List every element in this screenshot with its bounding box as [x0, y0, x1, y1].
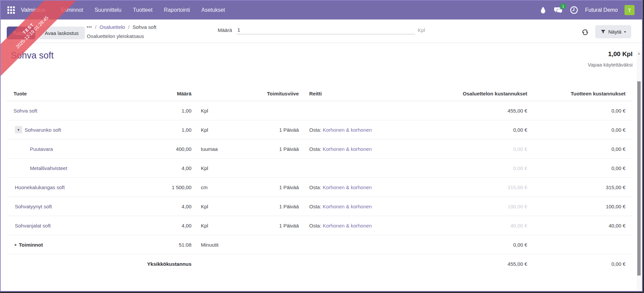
apps-grid-icon[interactable] — [5, 4, 17, 16]
bom-table-row: Huonekalukangas soft1 500,00cm1 PäivääOs… — [7, 178, 633, 197]
vendor-link[interactable]: Korhonen & korhonen — [323, 223, 372, 228]
route-cell: Osta: Korhonen & korhonen — [299, 223, 381, 228]
avatar[interactable]: T — [624, 5, 635, 15]
unit-value: cm — [191, 184, 250, 190]
header-quantity: Määrä — [145, 91, 191, 96]
page-subtitle: Osaluettelon yleiskatsaus — [87, 33, 144, 39]
route-type-label: Osta: — [309, 127, 323, 133]
nav-item-toiminnot[interactable]: Toiminnot — [60, 7, 83, 13]
nav-item-raportointi[interactable]: Raportointi — [164, 7, 190, 13]
quantity-input[interactable] — [237, 27, 415, 34]
bom-table-row: Sohvatyynyt soft4,00Kpl1 PäivääOsta: Kor… — [7, 197, 633, 216]
bom-table-row: ▾Sohvarunko soft1,00Kpl1 PäivääOsta: Kor… — [7, 120, 633, 139]
product-link[interactable]: Puutavara — [30, 146, 53, 152]
quantity-value: 51:08 — [145, 242, 191, 248]
bom-cost-value: 40,00 € — [381, 223, 527, 228]
bom-table-row: ▸Toiminnot51:08Minuutit0,00 € — [7, 235, 633, 254]
bom-cost-value: 315,00 € — [381, 184, 527, 190]
route-cell: Osta: Korhonen & korhonen — [299, 204, 381, 209]
quantity-value: 4,00 — [145, 165, 191, 171]
vendor-link[interactable]: Korhonen & korhonen — [323, 204, 372, 209]
refresh-button[interactable] — [579, 28, 591, 36]
product-cost-value: 315,00 € — [527, 184, 633, 190]
bom-table-header: Tuote Määrä Toimitusviive Reitti Osaluet… — [7, 86, 633, 101]
vendor-link[interactable]: Korhonen & korhonen — [323, 127, 372, 133]
footer-product-cost: 0,00 € — [527, 261, 633, 267]
nav-item-suunnittelu[interactable]: Suunnittelu — [95, 7, 121, 13]
route-type-label: Osta: — [309, 223, 323, 228]
user-menu[interactable]: Futural Demo — [585, 7, 618, 13]
breadcrumb-parent-link[interactable]: Osaluettelo — [100, 24, 125, 30]
scrollbar-thumb[interactable] — [637, 81, 641, 276]
route-type-label: Osta: — [309, 204, 323, 209]
product-link[interactable]: Sohvanjalat soft — [15, 223, 51, 228]
product-link[interactable]: Huonekalukangas soft — [15, 184, 65, 190]
page-title: Sohva soft — [11, 50, 54, 61]
vertical-scrollbar[interactable]: ▲ — [637, 50, 641, 290]
quantity-value: 4,00 — [145, 204, 191, 209]
unit-value: Minuutit — [191, 242, 250, 248]
header-delay: Toimitusviive — [250, 91, 299, 96]
vendor-link[interactable]: Korhonen & korhonen — [323, 146, 372, 152]
current-app-menu[interactable]: Valmistus — [21, 7, 45, 13]
app-window: Valmistus ToiminnotSuunnitteluTuotteetRa… — [0, 0, 643, 292]
product-cell: Puutavara — [7, 146, 145, 152]
bom-cost-value: 0,00 € — [381, 127, 527, 133]
show-filter-button[interactable]: Näytä ▾ — [595, 25, 631, 38]
route-type-label: Osta: — [309, 146, 323, 152]
product-link[interactable]: Sohvatyynyt soft — [15, 204, 52, 209]
quantity-value: 400,00 — [145, 146, 191, 152]
nav-systray: 1 Futural Demo T — [539, 5, 635, 15]
collapse-toggle-button[interactable]: ▾ — [15, 126, 22, 133]
bom-cost-value: 0,00 € — [381, 146, 527, 152]
product-cell: ▾Sohvarunko soft — [7, 126, 145, 133]
product-link[interactable]: Sohvarunko soft — [25, 127, 61, 133]
scroll-up-arrow-icon[interactable]: ▲ — [637, 50, 641, 55]
breadcrumb-overflow-icon[interactable]: ••• — [87, 25, 92, 30]
messages-icon[interactable]: 1 — [554, 6, 563, 14]
quantity-value: 4,00 — [145, 223, 191, 228]
vendor-link[interactable]: Korhonen & korhonen — [323, 184, 372, 190]
filter-funnel-icon — [601, 29, 606, 34]
delay-value: 1 Päivää — [250, 127, 299, 133]
unit-value: Kpl — [191, 165, 250, 171]
message-count-badge: 1 — [560, 3, 566, 9]
bom-table-footer: Yksikkökustannus 455,00 € 0,00 € — [7, 254, 633, 274]
product-cell: Sohvanjalat soft — [7, 223, 145, 228]
product-cost-value: 40,00 € — [527, 223, 633, 228]
breadcrumb-current: Sohva soft — [133, 24, 156, 30]
breadcrumb: ••• / Osaluettelo / Sohva soft — [87, 24, 156, 30]
route-type-label: Osta: — [309, 184, 323, 190]
availability-note: Vapaa käytettäväksi — [588, 62, 633, 68]
clock-icon[interactable] — [570, 6, 578, 14]
expand-toggle-button[interactable]: ▸ — [15, 242, 17, 247]
product-link[interactable]: Metallivahvisteet — [30, 165, 67, 171]
quantity-unit: Kpl — [418, 27, 425, 34]
route-cell: Osta: Korhonen & korhonen — [299, 127, 381, 133]
nav-item-tuotteet[interactable]: Tuotteet — [133, 7, 152, 13]
header-product-cost: Tuotteen kustannukset — [527, 91, 633, 96]
top-nav-bar: Valmistus ToiminnotSuunnitteluTuotteetRa… — [1, 1, 642, 19]
available-quantity: 1,00 Kpl — [588, 50, 633, 58]
bom-table-row: Sohvanjalat soft4,00Kpl1 PäivääOsta: Kor… — [7, 216, 633, 235]
product-cost-value: 0,00 € — [527, 146, 633, 152]
print-button[interactable]: Tulosta — [7, 27, 35, 39]
route-cell: Osta: Korhonen & korhonen — [299, 146, 381, 152]
footer-bom-cost: 455,00 € — [381, 261, 527, 267]
bom-overview-content: Sohva soft 1,00 Kpl Vapaa käytettäväksi … — [1, 43, 642, 274]
unit-value: Kpl — [191, 223, 250, 228]
activity-droplet-icon[interactable] — [539, 6, 547, 14]
product-cell: Huonekalukangas soft — [7, 184, 145, 190]
nav-item-asetukset[interactable]: Asetukset — [201, 7, 225, 13]
product-cell: ▸Toiminnot — [7, 242, 145, 248]
delay-value: 1 Päivää — [250, 146, 299, 152]
product-cell: Metallivahvisteet — [7, 165, 145, 171]
quantity-value: 1,00 — [145, 127, 191, 133]
product-link[interactable]: Sohva soft — [13, 108, 37, 114]
bom-table-row: Sohva soft1,00Kpl455,00 €0,00 € — [7, 101, 633, 120]
bom-cost-value: 0,00 € — [381, 242, 527, 248]
quantity-label: Määrä — [218, 27, 232, 34]
unfold-button[interactable]: Avaa laskostus — [39, 27, 85, 39]
product-cell: Sohvatyynyt soft — [7, 204, 145, 209]
bom-table: Tuote Määrä Toimitusviive Reitti Osaluet… — [7, 86, 633, 274]
